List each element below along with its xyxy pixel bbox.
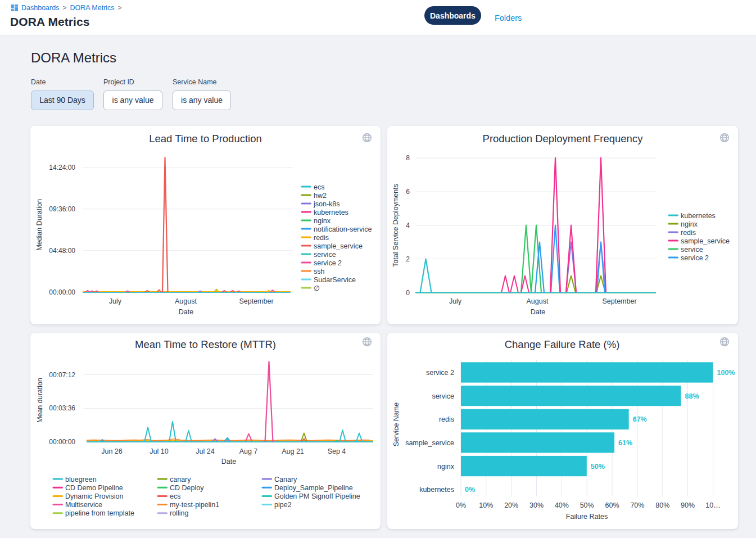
svg-text:Canary: Canary xyxy=(274,476,297,483)
svg-text:0%: 0% xyxy=(456,501,466,509)
svg-text:00:07:12: 00:07:12 xyxy=(49,371,75,379)
svg-text:canary: canary xyxy=(170,476,191,483)
svg-text:ecs: ecs xyxy=(314,183,324,191)
svg-text:10…: 10… xyxy=(705,501,720,509)
svg-text:redis: redis xyxy=(681,229,696,237)
svg-text:Deploy_Sample_Pipeline: Deploy_Sample_Pipeline xyxy=(274,484,353,492)
svg-text:50%: 50% xyxy=(580,501,594,509)
svg-text:bluegreen: bluegreen xyxy=(65,476,97,483)
svg-text:SudarService: SudarService xyxy=(314,276,356,284)
svg-text:nginx: nginx xyxy=(437,463,455,471)
svg-text:service: service xyxy=(432,392,454,400)
svg-text:4: 4 xyxy=(406,221,410,229)
svg-text:rolling: rolling xyxy=(170,509,188,517)
svg-text:80%: 80% xyxy=(655,501,669,509)
svg-text:8: 8 xyxy=(406,154,410,162)
svg-text:July: July xyxy=(449,297,462,305)
svg-text:nginx: nginx xyxy=(314,217,331,225)
svg-text:sample_service: sample_service xyxy=(405,439,454,447)
svg-text:Date: Date xyxy=(179,308,193,316)
svg-text:json-k8s: json-k8s xyxy=(313,200,340,208)
svg-text:Total Service Deployments: Total Service Deployments xyxy=(392,184,400,267)
svg-text:0%: 0% xyxy=(465,486,475,494)
svg-text:September: September xyxy=(602,297,636,305)
svg-text:6: 6 xyxy=(406,188,410,196)
svg-text:service: service xyxy=(681,246,703,254)
svg-text:04:48:00: 04:48:00 xyxy=(49,247,75,255)
svg-text:Failure Rates: Failure Rates xyxy=(566,513,608,521)
svg-text:Median Duration: Median Duration xyxy=(35,199,43,251)
svg-text:service: service xyxy=(314,251,336,259)
svg-text:100%: 100% xyxy=(717,369,735,377)
svg-text:Service Name: Service Name xyxy=(392,403,400,447)
svg-text:Multiservice: Multiservice xyxy=(65,501,102,509)
svg-text:service 2: service 2 xyxy=(314,259,342,267)
svg-text:notification-service: notification-service xyxy=(314,225,372,233)
svg-text:kubernetes: kubernetes xyxy=(419,486,454,494)
svg-text:July: July xyxy=(109,297,122,305)
svg-text:Jul 24: Jul 24 xyxy=(196,447,214,455)
svg-text:pipeline from template: pipeline from template xyxy=(65,509,134,517)
svg-text:service 2: service 2 xyxy=(681,254,709,262)
svg-text:Production Deployment Frequenc: Production Deployment Frequency xyxy=(483,133,644,144)
svg-text:61%: 61% xyxy=(618,439,632,447)
svg-text:Sep 4: Sep 4 xyxy=(328,447,346,455)
svg-text:Dynamic Provision: Dynamic Provision xyxy=(65,492,124,500)
svg-text:88%: 88% xyxy=(685,392,699,400)
svg-text:20%: 20% xyxy=(504,501,518,509)
svg-text:09:36:00: 09:36:00 xyxy=(49,205,75,213)
svg-text:August: August xyxy=(175,297,197,305)
svg-text:kubernetes: kubernetes xyxy=(681,212,716,220)
svg-text:August: August xyxy=(527,297,549,305)
svg-text:Mean duration: Mean duration xyxy=(36,378,44,423)
svg-text:70%: 70% xyxy=(630,501,644,509)
svg-text:Date: Date xyxy=(531,308,545,316)
svg-text:Jun 26: Jun 26 xyxy=(101,447,123,455)
svg-text:nginx: nginx xyxy=(681,220,698,228)
svg-text:50%: 50% xyxy=(591,463,605,471)
svg-text:60%: 60% xyxy=(605,501,619,509)
svg-text:14:24:00: 14:24:00 xyxy=(49,164,75,171)
svg-text:ecs: ecs xyxy=(170,492,180,500)
svg-text:Jul 10: Jul 10 xyxy=(150,447,168,455)
svg-text:67%: 67% xyxy=(633,415,647,423)
svg-text:September: September xyxy=(239,297,273,305)
svg-text:00:00:00: 00:00:00 xyxy=(49,438,75,446)
svg-text:CD Demo Pipeline: CD Demo Pipeline xyxy=(65,484,123,492)
svg-text:Change Failure Rate (%): Change Failure Rate (%) xyxy=(505,338,620,350)
svg-text:ssh: ssh xyxy=(314,268,325,275)
svg-text:Mean Time to Restore (MTTR): Mean Time to Restore (MTTR) xyxy=(135,338,276,350)
svg-text:hw2: hw2 xyxy=(314,192,327,200)
svg-text:service 2: service 2 xyxy=(426,369,454,377)
svg-text:00:00:00: 00:00:00 xyxy=(49,288,75,296)
svg-text:10%: 10% xyxy=(479,501,493,509)
svg-text:40%: 40% xyxy=(555,501,569,509)
svg-text:Golden PM Signoff Pipeline: Golden PM Signoff Pipeline xyxy=(274,492,360,500)
svg-text:my-test-pipelin1: my-test-pipelin1 xyxy=(170,501,219,509)
svg-text:sample_service: sample_service xyxy=(314,242,363,250)
svg-text:Lead Time to Production: Lead Time to Production xyxy=(149,133,262,144)
svg-text:0: 0 xyxy=(406,289,410,297)
svg-text:Date: Date xyxy=(221,458,236,465)
svg-text:∅: ∅ xyxy=(314,284,320,292)
svg-text:CD Deploy: CD Deploy xyxy=(170,484,204,492)
svg-text:redis: redis xyxy=(439,415,454,423)
svg-text:90%: 90% xyxy=(681,501,695,509)
svg-text:sample_service: sample_service xyxy=(681,237,730,245)
svg-text:2: 2 xyxy=(406,255,410,263)
svg-text:Aug 21: Aug 21 xyxy=(282,447,304,455)
svg-text:kubernetes: kubernetes xyxy=(314,209,348,216)
svg-text:00:03:36: 00:03:36 xyxy=(49,404,75,412)
svg-text:30%: 30% xyxy=(529,501,544,509)
svg-text:pipe2: pipe2 xyxy=(274,501,292,509)
svg-text:Aug 7: Aug 7 xyxy=(239,447,258,455)
svg-text:redis: redis xyxy=(314,234,329,242)
